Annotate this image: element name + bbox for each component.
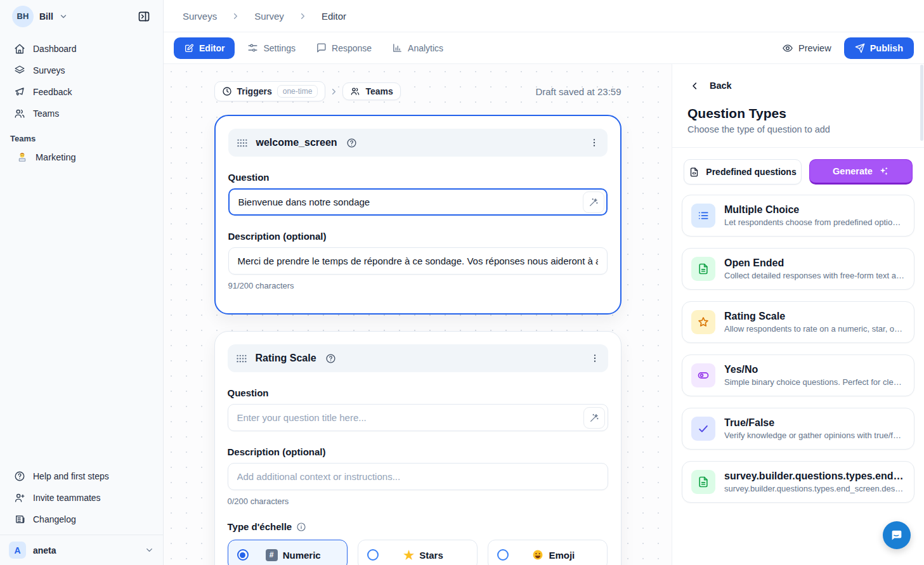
tab-response[interactable]: Response xyxy=(308,37,379,59)
question-type-title: Multiple Choice xyxy=(724,204,905,216)
workspace-switcher[interactable]: BH Bill xyxy=(9,3,73,30)
sidebar-item-label: Dashboard xyxy=(33,44,77,54)
scale-type-label: Type d'échelle xyxy=(228,521,608,532)
check-icon xyxy=(697,422,710,435)
question-type-true-false[interactable]: True/False Verify knowledge or gather op… xyxy=(682,408,914,450)
question-type-rating-scale[interactable]: Rating Scale Allow respondents to rate o… xyxy=(682,301,914,343)
question-type-description: Allow respondents to rate on a numeric, … xyxy=(724,324,905,334)
drag-handle-icon[interactable] xyxy=(237,138,247,148)
question-title-input[interactable] xyxy=(228,188,608,216)
question-card-header[interactable]: welcome_screen xyxy=(228,129,608,157)
tab-analytics[interactable]: Analytics xyxy=(384,37,451,59)
sidebar-item-changelog[interactable]: Changelog xyxy=(8,509,155,529)
tab-settings[interactable]: Settings xyxy=(240,37,303,59)
chat-widget-button[interactable] xyxy=(883,521,911,549)
question-type-end-screen[interactable]: survey.builder.questions.types.end_scr..… xyxy=(682,461,914,503)
publish-label: Publish xyxy=(870,43,903,53)
scrollbar[interactable] xyxy=(920,65,923,141)
survey-editor-app: BH Bill Dashboard Surveys Feedback xyxy=(0,0,924,565)
teams-section-label: Teams xyxy=(0,124,163,147)
pencil-square-icon xyxy=(184,43,194,53)
question-card-rating-scale[interactable]: Rating Scale Question Descri xyxy=(214,331,621,565)
radio-unselected[interactable] xyxy=(497,549,509,561)
account-menu[interactable]: A aneta xyxy=(0,535,163,565)
help-circle-icon[interactable] xyxy=(325,353,336,364)
kebab-menu-icon[interactable] xyxy=(590,353,600,363)
star-icon xyxy=(697,316,710,328)
home-icon xyxy=(14,43,25,55)
scale-type-label-text: Type d'échelle xyxy=(228,521,292,532)
sidebar-item-label: Teams xyxy=(33,108,59,119)
newspaper-icon xyxy=(14,514,25,525)
teams-chip[interactable]: Teams xyxy=(342,82,400,100)
description-field-label: Description (optional) xyxy=(228,446,608,457)
panel-body: Predefined questions Generate xyxy=(672,148,924,514)
question-description-input[interactable] xyxy=(228,463,608,490)
eye-icon xyxy=(782,42,793,54)
sidebar-item-label: Help and first steps xyxy=(33,471,109,481)
draft-status: Draft saved at 23:59 xyxy=(535,86,621,97)
question-card-title: Rating Scale xyxy=(256,353,316,364)
sidebar-item-surveys[interactable]: Surveys xyxy=(8,60,155,81)
user-plus-icon xyxy=(14,492,25,503)
sidebar-nav: Dashboard Surveys Feedback Teams xyxy=(0,32,163,124)
question-description-input[interactable] xyxy=(228,247,608,275)
chevron-down-icon xyxy=(145,545,154,555)
sidebar-item-teams[interactable]: Teams xyxy=(8,103,155,124)
teams-chip-label: Teams xyxy=(365,86,393,96)
radio-selected[interactable] xyxy=(237,549,249,561)
breadcrumb-survey[interactable]: Survey xyxy=(254,11,284,22)
sidebar-item-help[interactable]: Help and first steps xyxy=(8,466,155,486)
sidebar-toggle-button[interactable] xyxy=(133,5,155,28)
kebab-menu-icon[interactable] xyxy=(589,138,599,148)
ai-rewrite-button[interactable] xyxy=(583,407,605,429)
scale-option-stars[interactable]: ★ Stars xyxy=(358,540,478,565)
sidebar-item-invite[interactable]: Invite teammates xyxy=(8,488,155,508)
question-type-open-ended[interactable]: Open Ended Collect detailed responses wi… xyxy=(682,248,914,290)
scale-option-label: Numeric xyxy=(283,550,321,561)
breadcrumb-surveys[interactable]: Surveys xyxy=(183,11,217,22)
sparkles-icon xyxy=(878,166,889,177)
predefined-questions-button[interactable]: Predefined questions xyxy=(684,159,802,185)
publish-button[interactable]: Publish xyxy=(844,37,914,59)
editor-toolbar: Editor Settings Response Analytics Previ… xyxy=(164,32,924,64)
sidebar-item-team-marketing[interactable]: Marketing xyxy=(8,147,155,167)
question-type-description: Simple binary choice questions. Perfect … xyxy=(724,377,905,387)
question-type-multiple-choice[interactable]: Multiple Choice Let respondents choose f… xyxy=(682,195,914,237)
tab-editor[interactable]: Editor xyxy=(174,37,235,59)
back-button[interactable]: Back xyxy=(687,81,909,91)
clock-icon xyxy=(222,86,232,96)
users-icon xyxy=(14,108,25,119)
workspace-name: Bill xyxy=(39,11,53,22)
tab-label: Settings xyxy=(263,43,296,53)
chevron-right-icon xyxy=(329,87,339,96)
chevron-right-icon xyxy=(231,11,240,21)
question-type-description: Verify knowledge or gather opinions with… xyxy=(724,431,905,440)
sidebar-item-feedback[interactable]: Feedback xyxy=(8,82,155,102)
scale-option-emoji[interactable]: Emoji xyxy=(488,540,608,565)
toggle-icon xyxy=(697,369,710,382)
info-icon[interactable] xyxy=(296,522,306,532)
generate-button[interactable]: Generate xyxy=(809,159,913,185)
question-card-header[interactable]: Rating Scale xyxy=(228,344,608,372)
file-text-icon xyxy=(697,476,710,488)
triggers-chip[interactable]: Triggers one-time xyxy=(214,81,326,101)
scale-option-numeric[interactable]: # Numeric xyxy=(228,540,348,565)
preview-button[interactable]: Preview xyxy=(774,37,839,59)
preview-label: Preview xyxy=(798,43,831,53)
sidebar-item-dashboard[interactable]: Dashboard xyxy=(8,39,155,59)
chevron-down-icon xyxy=(59,12,68,21)
ai-rewrite-button[interactable] xyxy=(583,192,604,213)
canvas-meta-row: Triggers one-time Teams Draft saved at 2… xyxy=(214,81,621,101)
breadcrumb-editor[interactable]: Editor xyxy=(322,11,346,22)
generate-label: Generate xyxy=(833,166,873,176)
question-card-welcome-screen[interactable]: welcome_screen Question Desc xyxy=(214,115,621,315)
panel-header: Back Question Types Choose the type of q… xyxy=(672,64,924,148)
drag-handle-icon[interactable] xyxy=(236,354,247,363)
radio-unselected[interactable] xyxy=(367,549,379,561)
sidebar-item-label: Invite teammates xyxy=(33,493,101,503)
question-type-yes-no[interactable]: Yes/No Simple binary choice questions. P… xyxy=(682,354,914,396)
help-circle-icon[interactable] xyxy=(346,138,357,148)
question-title-input[interactable] xyxy=(228,404,608,431)
trigger-type-badge: one-time xyxy=(277,85,318,98)
